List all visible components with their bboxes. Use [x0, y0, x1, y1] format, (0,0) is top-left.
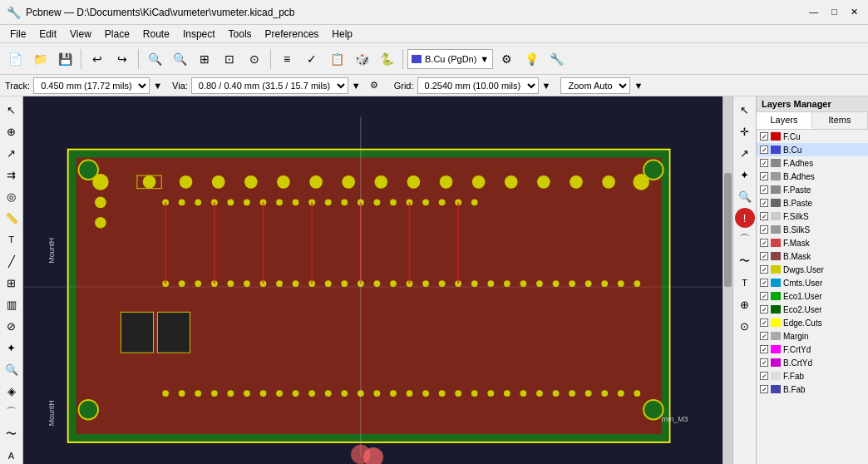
- zoom-dropdown[interactable]: Zoom Auto: [560, 77, 630, 94]
- layer-checkbox-7[interactable]: ✓: [760, 225, 768, 234]
- arc-tool[interactable]: ⌒: [2, 402, 22, 422]
- layer-item-b-fab[interactable]: ✓B.Fab: [757, 383, 868, 396]
- layer-checkbox-15[interactable]: ✓: [760, 332, 768, 340]
- menu-preferences[interactable]: Preferences: [259, 27, 326, 42]
- layer-checkbox-3[interactable]: ✓: [760, 172, 768, 180]
- vertical-scrollbar-thumb[interactable]: [724, 173, 732, 287]
- layer-checkbox-19[interactable]: ✓: [760, 385, 768, 393]
- layer-selector[interactable]: B.Cu (PgDn) ▼: [407, 49, 493, 69]
- layer-item-edge-cuts[interactable]: ✓Edge.Cuts: [757, 316, 868, 329]
- pad-right[interactable]: ⊕: [735, 294, 755, 314]
- graphic-line-tool[interactable]: ╱: [2, 251, 22, 271]
- inspect-pad-tool[interactable]: ⊕: [2, 121, 22, 141]
- menu-inspect[interactable]: Inspect: [176, 27, 222, 42]
- layer-item-b-silks[interactable]: ✓B.SilkS: [757, 223, 868, 236]
- layer-item-f-silks[interactable]: ✓F.SilkS: [757, 210, 868, 223]
- new-button[interactable]: 📄: [3, 47, 27, 71]
- add-keepout-tool[interactable]: ⊘: [2, 316, 22, 336]
- route-track-right[interactable]: ↗: [735, 143, 755, 163]
- layer-checkbox-5[interactable]: ✓: [760, 199, 768, 207]
- zoom-reset-button[interactable]: ⊙: [243, 47, 266, 71]
- layer-checkbox-16[interactable]: ✓: [760, 345, 768, 353]
- highlight-button[interactable]: 💡: [520, 47, 543, 71]
- save-button[interactable]: 💾: [53, 47, 76, 71]
- inspect-tool-right[interactable]: ✛: [735, 121, 755, 141]
- menu-view[interactable]: View: [63, 27, 98, 42]
- menu-tools[interactable]: Tools: [222, 27, 259, 42]
- layer-item-b-mask[interactable]: ✓B.Mask: [757, 249, 868, 263]
- layer-checkbox-11[interactable]: ✓: [760, 279, 768, 287]
- vertical-scrollbar[interactable]: [723, 96, 732, 464]
- layer-checkbox-9[interactable]: ✓: [760, 252, 768, 260]
- measure-tool[interactable]: 📏: [2, 208, 22, 228]
- pcb-canvas[interactable]: MountH MountH mm_M3: [23, 96, 723, 464]
- menu-route[interactable]: Route: [136, 27, 176, 42]
- layer-item-f-crtyd[interactable]: ✓F.CrtYd: [757, 343, 868, 356]
- menu-edit[interactable]: Edit: [32, 27, 63, 42]
- redo-button[interactable]: ↪: [111, 47, 134, 71]
- open-button[interactable]: 📁: [28, 47, 52, 71]
- layer-checkbox-8[interactable]: ✓: [760, 239, 768, 247]
- drc-right[interactable]: !: [735, 208, 755, 228]
- layer-item-b-paste[interactable]: ✓B.Paste: [757, 196, 868, 210]
- layer-checkbox-6[interactable]: ✓: [760, 212, 768, 220]
- layer-checkbox-0[interactable]: ✓: [760, 132, 768, 141]
- add-via-tool[interactable]: ◎: [2, 186, 22, 206]
- undo-button[interactable]: ↩: [86, 47, 109, 71]
- layer-checkbox-12[interactable]: ✓: [760, 292, 768, 300]
- zoom-fit-button[interactable]: ⊞: [193, 47, 216, 71]
- zoom-area-button[interactable]: ⊡: [218, 47, 241, 71]
- route-diff-pair-tool[interactable]: ⇉: [2, 165, 22, 185]
- route-track-tool[interactable]: ↗: [2, 143, 22, 163]
- layer-checkbox-4[interactable]: ✓: [760, 185, 768, 194]
- text-tool[interactable]: T: [2, 230, 22, 249]
- layer-item-b-cu[interactable]: ✓B.Cu: [757, 143, 868, 156]
- add-zone-tool[interactable]: ▥: [2, 294, 22, 314]
- layer-checkbox-18[interactable]: ✓: [760, 372, 768, 380]
- zoom-out-button[interactable]: 🔍: [168, 47, 191, 71]
- add-footprint-tool[interactable]: ⊞: [2, 273, 22, 293]
- select-tool-right[interactable]: ↖: [735, 100, 755, 120]
- menu-file[interactable]: File: [3, 27, 32, 42]
- layer-checkbox-17[interactable]: ✓: [760, 358, 768, 367]
- layer-checkbox-13[interactable]: ✓: [760, 305, 768, 313]
- layer-item-dwgs-user[interactable]: ✓Dwgs.User: [757, 263, 868, 276]
- layer-checkbox-10[interactable]: ✓: [760, 265, 768, 274]
- netlist-button[interactable]: ≡: [275, 47, 298, 71]
- track-dropdown[interactable]: 0.450 mm (17.72 mils): [33, 77, 150, 94]
- menu-place[interactable]: Place: [98, 27, 136, 42]
- highlight-net-tool[interactable]: ✦: [2, 338, 22, 358]
- layer-item-cmts-user[interactable]: ✓Cmts.User: [757, 276, 868, 289]
- search-tool[interactable]: 🔍: [2, 359, 22, 379]
- highlight-net-right[interactable]: ✦: [735, 165, 755, 185]
- layer-checkbox-2[interactable]: ✓: [760, 159, 768, 167]
- tab-layers[interactable]: Layers: [757, 112, 812, 129]
- curve-tool[interactable]: 〜: [2, 424, 22, 444]
- tab-items[interactable]: Items: [812, 112, 868, 129]
- drc-button[interactable]: ✓: [300, 47, 323, 71]
- layer-item-f-fab[interactable]: ✓F.Fab: [757, 369, 868, 383]
- close-button[interactable]: ✕: [847, 7, 861, 17]
- arc-right[interactable]: ⌒: [735, 230, 755, 249]
- zoom-in-button[interactable]: 🔍: [143, 47, 166, 71]
- select-tool[interactable]: ↖: [2, 100, 22, 120]
- layer-item-b-adhes[interactable]: ✓B.Adhes: [757, 170, 868, 183]
- layer-item-f-paste[interactable]: ✓F.Paste: [757, 183, 868, 196]
- layer-item-b-crtyd[interactable]: ✓B.CrtYd: [757, 356, 868, 369]
- text-right[interactable]: T: [735, 273, 755, 293]
- layer-item-f-mask[interactable]: ✓F.Mask: [757, 236, 868, 249]
- text2-tool[interactable]: A: [2, 446, 22, 464]
- minimize-button[interactable]: —: [806, 7, 821, 17]
- 3d-button[interactable]: 🎲: [350, 47, 373, 71]
- layer-settings-button[interactable]: ⚙: [495, 47, 518, 71]
- drc-small-button[interactable]: ⚙: [364, 77, 384, 94]
- layer-item-f-cu[interactable]: ✓F.Cu: [757, 130, 868, 143]
- layer-item-margin[interactable]: ✓Margin: [757, 329, 868, 343]
- layer-item-eco1-user[interactable]: ✓Eco1.User: [757, 289, 868, 303]
- zoom-tool-right[interactable]: 🔍: [735, 186, 755, 206]
- python-button[interactable]: 🐍: [375, 47, 398, 71]
- gerber-button[interactable]: 📋: [325, 47, 348, 71]
- board-setup-button[interactable]: 🔧: [545, 47, 568, 71]
- layer-item-f-adhes[interactable]: ✓F.Adhes: [757, 156, 868, 170]
- snap-right[interactable]: ⊙: [735, 316, 755, 336]
